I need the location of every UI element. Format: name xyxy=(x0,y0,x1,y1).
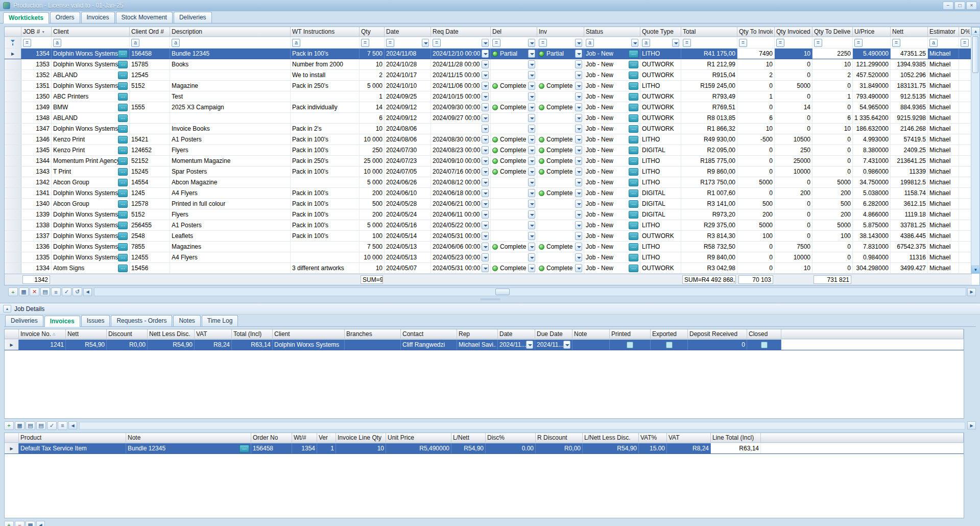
cell-printed[interactable] xyxy=(610,340,651,350)
column-header-status[interactable]: Status xyxy=(584,27,640,37)
cell-wt[interactable]: Pack in 2's xyxy=(291,124,360,134)
scrollbar-thumb[interactable] xyxy=(972,36,978,73)
column-header-uprice[interactable]: U/Price xyxy=(853,27,891,37)
cell-nett[interactable]: 199812.5 xyxy=(891,177,928,187)
column-header-note[interactable]: Note xyxy=(572,329,610,339)
cell-nett[interactable]: 884.9365 xyxy=(891,102,928,112)
cell-job[interactable]: 1338 xyxy=(21,220,52,230)
dropdown-icon[interactable] xyxy=(575,39,582,47)
cell-wt[interactable]: 3 different artworks xyxy=(291,263,360,273)
cell-status[interactable]: Job - New... xyxy=(584,177,640,187)
cell-total[interactable]: R793,49 xyxy=(681,91,737,102)
cell-exported[interactable] xyxy=(651,340,688,350)
cell-wt[interactable]: Pack in 250's xyxy=(291,81,360,91)
dropdown-icon[interactable] xyxy=(482,50,489,58)
cell-uprice[interactable]: 34.750000 xyxy=(853,177,891,187)
cell-del[interactable]: Partial xyxy=(491,49,537,59)
status-lookup-button[interactable]: ... xyxy=(629,114,638,122)
cell-status[interactable]: Job - New... xyxy=(584,124,640,134)
filter-operator-icon[interactable]: = xyxy=(739,39,747,47)
cell-wt[interactable]: Pack in 100's xyxy=(291,231,360,241)
cell-quote[interactable]: LITHO xyxy=(640,81,681,91)
cell-req[interactable]: 2024/09/27 00:00 xyxy=(431,113,491,123)
cell-qinv[interactable]: 0 xyxy=(775,59,812,69)
column-header-disc_pct[interactable]: Disc% xyxy=(486,433,536,443)
cell-qtd[interactable]: 6 xyxy=(812,113,853,123)
workticket-row[interactable]: 1346Kenzo Print...15421A1 PostersPack in… xyxy=(5,134,972,145)
cell-inv[interactable] xyxy=(537,177,584,187)
filter-operator-icon[interactable]: = xyxy=(814,39,822,47)
dropdown-icon[interactable] xyxy=(575,60,582,68)
cell-req[interactable]: 2024/06/21 00:00 xyxy=(431,199,491,209)
cell-line_total[interactable]: R63,14 xyxy=(711,443,761,453)
client-lookup-button[interactable]: ... xyxy=(118,114,128,122)
cell-nett[interactable]: 2409.25 xyxy=(891,145,928,155)
cell-uprice[interactable]: 8.380000 xyxy=(853,145,891,155)
cell-inv[interactable]: Complete xyxy=(537,242,584,252)
cell-qti[interactable]: 6 xyxy=(737,113,775,123)
cell-date[interactable]: 2024/05/28 xyxy=(385,199,431,209)
column-header-date[interactable]: Date xyxy=(385,27,431,37)
cell-status[interactable]: Job - New... xyxy=(584,49,640,59)
column-header-rep[interactable]: Rep xyxy=(457,329,498,339)
cell-est[interactable]: Michael xyxy=(928,177,959,187)
cell-ord[interactable]: 15456 xyxy=(130,263,170,273)
cell-wt[interactable]: Pack in 100's xyxy=(291,134,360,145)
cell-uprice[interactable]: 457.520000 xyxy=(853,70,891,80)
cell-qty[interactable]: 10 xyxy=(360,124,385,134)
filter-operator-icon[interactable]: a xyxy=(172,39,180,47)
cell-due_date[interactable]: 2024/11... xyxy=(535,340,572,350)
cell-client[interactable]: Atom Signs... xyxy=(52,263,130,273)
filter-operator-icon[interactable]: = xyxy=(892,39,900,47)
delete-icon[interactable]: ✕ xyxy=(30,288,39,296)
cell-status[interactable]: Job - New... xyxy=(584,231,640,241)
tab-time-log[interactable]: Time Log xyxy=(202,315,238,326)
cell-ver[interactable]: 1 xyxy=(317,443,336,453)
cell-req[interactable]: 2024/07/16 00:00 xyxy=(431,166,491,177)
cell-est[interactable]: Michael xyxy=(928,252,959,262)
dropdown-icon[interactable] xyxy=(528,135,535,144)
cell-desc[interactable]: A1 Posters xyxy=(170,134,291,145)
cell-del[interactable] xyxy=(491,220,537,230)
cell-client[interactable]: ABC Printers... xyxy=(52,91,130,102)
dropdown-icon[interactable] xyxy=(482,157,489,165)
cell-qinv[interactable]: 10000 xyxy=(775,252,812,262)
cell-dpct[interactable] xyxy=(959,81,972,91)
cell-dpct[interactable] xyxy=(959,91,972,102)
cell-wt[interactable] xyxy=(291,177,360,187)
invoice-row[interactable]: ▶1241R54,90R0,00R54,90R8,24R63,14Dolphin… xyxy=(5,340,964,350)
cell-qinv[interactable]: 0 xyxy=(775,177,812,187)
cell-ord[interactable]: 12545 xyxy=(130,70,170,80)
cell-est[interactable]: Michael xyxy=(928,166,959,177)
cell-qtd[interactable]: 10 xyxy=(812,59,853,69)
dropdown-icon[interactable] xyxy=(575,253,582,261)
cell-status[interactable]: Job - New... xyxy=(584,220,640,230)
cell-client[interactable]: Dolphin Worxs Systems... xyxy=(52,231,130,241)
dropdown-icon[interactable] xyxy=(575,232,582,240)
cell-wt[interactable]: Pack in 100's xyxy=(291,209,360,220)
filter-cell-job[interactable]: = xyxy=(21,37,52,48)
cell-inv[interactable]: Complete xyxy=(537,156,584,166)
client-lookup-button[interactable]: ... xyxy=(118,189,128,197)
cell-dpct[interactable] xyxy=(959,242,972,252)
cell-qtd[interactable]: 0 xyxy=(812,145,853,155)
filter-cell-desc[interactable]: a xyxy=(170,37,291,48)
column-header-qti[interactable]: Qty To Invoice xyxy=(737,27,775,37)
cell-qty[interactable]: 14 xyxy=(360,102,385,112)
cell-nett[interactable]: 2146.268 xyxy=(891,124,928,134)
note-lookup-button[interactable]: ... xyxy=(240,445,249,452)
cell-status[interactable]: Job - New... xyxy=(584,209,640,220)
cell-qtd[interactable]: 0 xyxy=(812,242,853,252)
status-lookup-button[interactable]: ... xyxy=(629,157,638,165)
cell-rep[interactable]: Michael Savi... xyxy=(457,340,498,350)
cell-dpct[interactable] xyxy=(959,263,972,273)
cell-uprice[interactable]: 121.299000 xyxy=(853,59,891,69)
cell-qti[interactable]: 0 xyxy=(737,102,775,112)
cell-del[interactable] xyxy=(491,59,537,69)
cell-qty[interactable]: 250 xyxy=(360,145,385,155)
cell-est[interactable]: Michael xyxy=(928,70,959,80)
cell-dpct[interactable] xyxy=(959,220,972,230)
column-header-line_total[interactable]: Line Total (Incl) xyxy=(711,433,761,443)
cell-ord[interactable]: 256455 xyxy=(130,220,170,230)
column-header-total[interactable]: Total xyxy=(681,27,737,37)
